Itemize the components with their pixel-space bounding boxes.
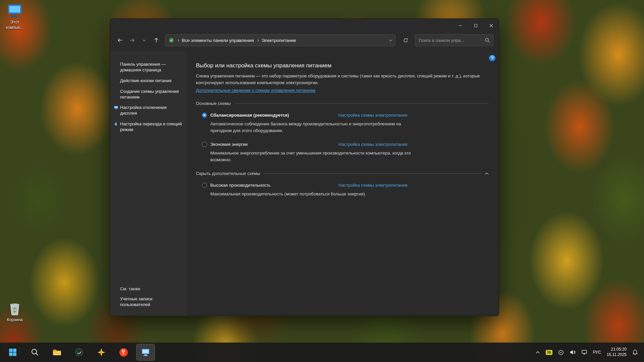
dark-circle-app-icon (75, 348, 84, 357)
forward-arrow-icon (129, 38, 135, 43)
recycle-bin-label: Корзина (1, 317, 28, 322)
start-button[interactable] (3, 344, 22, 361)
time-label: 21:05:20 (607, 347, 627, 352)
section-additional-plans: Скрыть дополнительные схемы (196, 171, 489, 176)
recycle-bin-icon (7, 301, 23, 316)
taskbar-search-button[interactable] (25, 344, 44, 361)
sidebar-item-create-plan[interactable]: Создание схемы управления питанием (120, 89, 182, 100)
control-panel-icon (169, 38, 174, 43)
tray-sync-button[interactable] (557, 346, 565, 359)
clock[interactable]: 21:05:20 15.11.2025 (606, 346, 627, 359)
sidebar-item-display-off[interactable]: Настройка отключения дисплея (120, 105, 182, 116)
network-icon (581, 350, 587, 355)
section-primary-plans: Основные схемы (196, 101, 489, 106)
language-indicator[interactable]: РУС (592, 346, 602, 359)
collapse-chevron-icon[interactable] (485, 172, 489, 175)
taskbar: 35 РУС (0, 343, 644, 362)
taskbar-apps (3, 344, 155, 361)
plan-settings-link-balanced[interactable]: Настройка схемы электропитания (338, 113, 408, 118)
back-button[interactable] (115, 35, 125, 46)
network-button[interactable] (581, 346, 588, 359)
battery-percent-indicator[interactable]: 35 (545, 346, 553, 359)
section-primary-label: Основные схемы (196, 101, 231, 106)
see-also-section: См. также Учетные записи пользователей (120, 286, 170, 308)
plan-settings-link-power-saver[interactable]: Настройка схемы электропитания (338, 142, 408, 147)
volume-icon (570, 350, 576, 355)
section-divider (234, 103, 489, 104)
volume-button[interactable] (569, 346, 576, 359)
sidebar: Панель управления — домашняя страница Де… (110, 52, 187, 316)
sidebar-item-label: Настройка перехода в спящий режим (120, 121, 182, 132)
maximize-icon (474, 24, 477, 27)
desktop-wallpaper: Этот компью... Корзина (0, 0, 644, 362)
sidebar-item-home[interactable]: Панель управления — домашняя страница (120, 62, 182, 73)
close-button[interactable] (483, 19, 499, 32)
radio-balanced[interactable] (202, 113, 207, 118)
file-explorer-button[interactable] (48, 344, 66, 361)
plan-name: Экономия энергии (210, 142, 248, 147)
sidebar-item-power-button-action[interactable]: Действие кнопки питания (120, 78, 182, 84)
see-also-title: См. также (120, 286, 170, 291)
plan-description: Минимальное энергопотребление за счет ум… (210, 150, 412, 163)
titlebar (110, 19, 499, 32)
plan-description: Максимальная производительность (может п… (210, 191, 412, 197)
language-label: РУС (593, 350, 601, 355)
plans-list: Сбалансированная (рекомендуется) Настрой… (196, 109, 489, 163)
this-pc-label: Этот компью... (1, 19, 28, 31)
sidebar-item-user-accounts[interactable]: Учетные записи пользователей (120, 296, 160, 308)
minimize-icon (459, 25, 462, 26)
forward-button[interactable] (127, 35, 138, 46)
plan-power-saver: Экономия энергии Настройка схемы электро… (196, 138, 489, 163)
window-body: Панель управления — домашняя страница Де… (110, 52, 499, 316)
system-tray: 35 РУС (535, 346, 641, 359)
navigation-bar: Все элементы панели управления Электропи… (110, 32, 499, 52)
radio-high-performance[interactable] (202, 183, 207, 188)
plan-settings-link-high-performance[interactable]: Настройка схемы электропитания (338, 183, 408, 188)
help-button[interactable]: ? (489, 55, 495, 61)
taskbar-app-dark-circle[interactable] (70, 344, 89, 361)
control-panel-taskbar-button[interactable] (136, 344, 155, 361)
tray-overflow-button[interactable] (535, 346, 541, 359)
address-dropdown-icon[interactable] (389, 38, 392, 41)
plan-name: Высокая производительность (210, 183, 271, 188)
desktop-icon-recycle-bin[interactable]: Корзина (1, 301, 28, 322)
learn-more-link[interactable]: Дополнительные сведения о схемах управле… (196, 88, 315, 93)
maximize-button[interactable] (468, 19, 483, 32)
plan-balanced: Сбалансированная (рекомендуется) Настрой… (196, 109, 489, 134)
search-box (415, 34, 493, 46)
back-arrow-icon (117, 38, 123, 43)
breadcrumb-separator-icon (257, 39, 259, 41)
yandex-browser-button[interactable] (114, 344, 133, 361)
sparkle-app-icon (97, 348, 106, 357)
search-icon[interactable] (485, 38, 490, 43)
minimize-button[interactable] (452, 19, 468, 32)
section-additional-label[interactable]: Скрыть дополнительные схемы (196, 171, 260, 176)
refresh-button[interactable] (400, 35, 411, 46)
sidebar-item-sleep-settings[interactable]: Настройка перехода в спящий режим (120, 121, 182, 133)
recent-locations-button[interactable] (139, 35, 150, 46)
plan-name: Сбалансированная (рекомендуется) (210, 113, 289, 118)
plan-description: Автоматическое соблюдение баланса между … (210, 121, 412, 134)
chevron-up-icon (536, 351, 540, 354)
up-button[interactable] (151, 35, 162, 46)
close-icon (489, 24, 493, 27)
up-arrow-icon (154, 38, 159, 43)
notification-center-button[interactable] (632, 346, 639, 359)
address-bar[interactable]: Все элементы панели управления Электропи… (165, 34, 395, 46)
battery-percent-badge: 35 (546, 350, 552, 355)
desktop-icon-this-pc[interactable]: Этот компью... (1, 3, 28, 31)
yandex-browser-icon (119, 348, 128, 357)
search-input[interactable] (419, 38, 482, 43)
breadcrumb-root[interactable]: Все элементы панели управления (182, 38, 254, 43)
main-content: ? Выбор или настройка схемы управления п… (187, 52, 499, 316)
search-icon (31, 348, 39, 356)
radio-power-saver[interactable] (202, 142, 207, 147)
page-title: Выбор или настройка схемы управления пит… (196, 62, 489, 69)
sidebar-item-label: Настройка отключения дисплея (120, 105, 167, 116)
breadcrumb-current[interactable]: Электропитание (262, 38, 296, 43)
taskbar-app-sparkle[interactable] (92, 344, 111, 361)
date-label: 15.11.2025 (607, 352, 627, 358)
chevron-down-icon (143, 38, 146, 41)
page-description: Схема управления питанием — это набор па… (196, 73, 489, 86)
notification-bell-icon (632, 349, 638, 355)
